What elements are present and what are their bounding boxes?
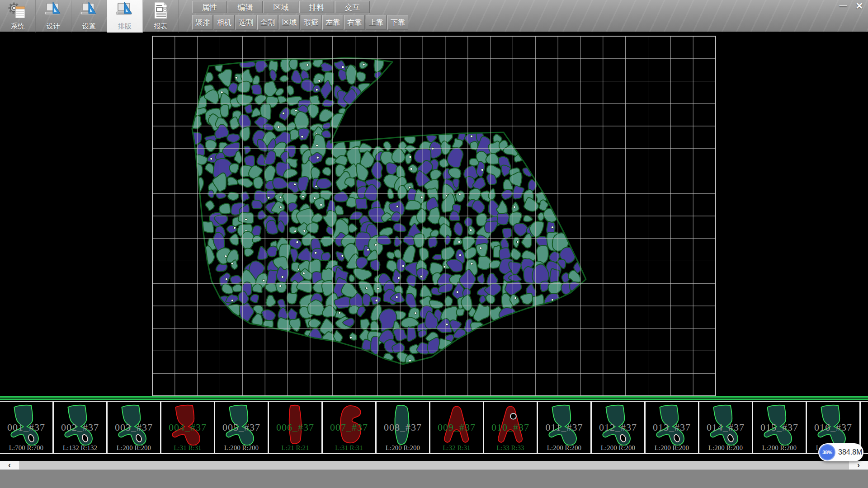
piece-shape bbox=[863, 403, 868, 452]
nested-pieces-layer bbox=[189, 53, 580, 365]
piece-lr-count: L:700 R:700 bbox=[0, 444, 52, 452]
menu-column: 属性编辑区域排料交互 聚排相机选割全割区域瑕疵左靠右靠上靠下靠 bbox=[192, 0, 409, 32]
piece-name: 005_#37 bbox=[215, 422, 268, 433]
piece-lr-count: L:132 R:132 bbox=[54, 444, 106, 452]
report-document-icon bbox=[151, 1, 170, 21]
piece-lr-count: L:200 R:200 bbox=[538, 444, 590, 452]
piece-lr-count: L:33 R:33 bbox=[484, 444, 537, 452]
gear-spreadsheet-icon bbox=[8, 1, 28, 21]
action-button-select-cut[interactable]: 选割 bbox=[236, 15, 256, 30]
piece-thumbnail-004_#37[interactable]: 004_#37L:31 R:31 bbox=[161, 402, 215, 453]
piece-lr-count: L:31 R:31 bbox=[323, 444, 375, 452]
piece-lr-count: L:200 R:200 bbox=[377, 444, 429, 452]
action-button-cut-all[interactable]: 全割 bbox=[257, 15, 278, 30]
main-icon-buttons: 系统设计设置排版报表 bbox=[0, 0, 179, 33]
menu-tabs: 属性编辑区域排料交互 bbox=[192, 0, 409, 14]
scroll-right-button[interactable]: › bbox=[849, 461, 868, 469]
scroll-left-button[interactable]: ‹ bbox=[0, 461, 19, 469]
piece-lr-count: L:200 R:200 bbox=[753, 444, 806, 452]
hide-nesting-svg bbox=[0, 32, 868, 398]
progress-size-label: 384.8M bbox=[838, 443, 862, 461]
piece-lr-count: L:200 R:200 bbox=[215, 444, 268, 452]
window-controls: — ✕ bbox=[837, 1, 865, 11]
tab-properties[interactable]: 属性 bbox=[192, 1, 227, 13]
icon-button-label: 系统 bbox=[11, 22, 24, 31]
piece-thumbnail-010_#37[interactable]: 010_#37L:33 R:33 bbox=[484, 402, 538, 453]
piece-thumbnail-011_#37[interactable]: 011_#37L:200 R:200 bbox=[538, 402, 592, 453]
progress-badge[interactable]: 38% 384.8M bbox=[818, 443, 863, 461]
piece-lr-count: L:200 R:200 bbox=[592, 444, 644, 452]
piece-thumbnail-008_#37[interactable]: 008_#37L:200 R:200 bbox=[377, 402, 430, 453]
piece-lr-count: L:21 R:21 bbox=[269, 444, 321, 452]
horizontal-scrollbar: ‹ › bbox=[0, 461, 868, 469]
piece-lr-count: L:31 R:31 bbox=[161, 444, 214, 452]
tab-interactive[interactable]: 交互 bbox=[335, 1, 370, 13]
piece-lr-count: L:200 R:200 bbox=[699, 444, 752, 452]
piece-name: 016_#37 bbox=[807, 422, 859, 433]
progress-percent-circle: 38% bbox=[819, 444, 835, 460]
piece-name: 002_#37 bbox=[54, 422, 106, 433]
piece-name: 012_#37 bbox=[592, 422, 644, 433]
ruler-laptop-icon bbox=[43, 1, 63, 21]
piece-thumbnail-014_#37[interactable]: 014_#37L:200 R:200 bbox=[699, 402, 753, 453]
piece-thumbnail-005_#37[interactable]: 005_#37L:200 R:200 bbox=[215, 402, 269, 453]
piece-thumbnail-003_#37[interactable]: 003_#37L:200 R:200 bbox=[108, 402, 161, 453]
action-button-camera[interactable]: 相机 bbox=[214, 15, 235, 30]
application-window: 系统设计设置排版报表 属性编辑区域排料交互 聚排相机选割全割区域瑕疵左靠右靠上靠… bbox=[0, 0, 868, 488]
piece-name: 009_#37 bbox=[430, 422, 483, 433]
minimize-button[interactable]: — bbox=[837, 1, 849, 11]
piece-name: 011_#37 bbox=[538, 422, 590, 433]
nesting-canvas[interactable] bbox=[0, 32, 868, 398]
piece-lr-count: L:32 R:31 bbox=[430, 444, 483, 452]
piece-thumbnail-strip: 001_#37L:700 R:700002_#37L:132 R:132003_… bbox=[0, 401, 868, 454]
icon-button-label: 设计 bbox=[47, 22, 60, 31]
piece-thumbnail-007_#37[interactable]: 007_#37L:31 R:31 bbox=[323, 402, 377, 453]
piece-lr-count: L:200 R:200 bbox=[108, 444, 160, 452]
status-bar bbox=[0, 469, 868, 488]
close-button[interactable]: ✕ bbox=[854, 1, 865, 11]
piece-name: 014_#37 bbox=[699, 422, 752, 433]
piece-name: 007_#37 bbox=[323, 422, 375, 433]
piece-thumbnail-001_#37[interactable]: 001_#37L:700 R:700 bbox=[0, 402, 54, 453]
icon-button-design[interactable]: 设计 bbox=[36, 0, 71, 33]
thumbnail-separator bbox=[0, 396, 868, 401]
piece-name: 006_#37 bbox=[269, 422, 321, 433]
piece-thumbnail-009_#37[interactable]: 009_#37L:32 R:31 bbox=[430, 402, 484, 453]
piece-name: 003_#37 bbox=[108, 422, 160, 433]
piece-thumbnail-012_#37[interactable]: 012_#37L:200 R:200 bbox=[592, 402, 646, 453]
action-button-snap-left[interactable]: 左靠 bbox=[322, 15, 343, 30]
ruler-laptop-icon bbox=[115, 1, 135, 21]
action-button-cluster-nest[interactable]: 聚排 bbox=[192, 15, 213, 30]
piece-thumbnail-002_#37[interactable]: 002_#37L:132 R:132 bbox=[54, 402, 108, 453]
tab-edit[interactable]: 编辑 bbox=[228, 1, 263, 13]
piece-name: 013_#37 bbox=[646, 422, 698, 433]
action-button-snap-top[interactable]: 上靠 bbox=[366, 15, 387, 30]
tab-region[interactable]: 区域 bbox=[264, 1, 298, 13]
piece-name: 010_#37 bbox=[484, 422, 537, 433]
piece-name: 015_#37 bbox=[753, 422, 806, 433]
scrollbar-track[interactable] bbox=[19, 461, 849, 469]
icon-button-settings[interactable]: 设置 bbox=[71, 0, 107, 33]
tab-nesting[interactable]: 排料 bbox=[299, 1, 334, 13]
piece-name: 004_#37 bbox=[161, 422, 214, 433]
toolbar: 系统设计设置排版报表 属性编辑区域排料交互 聚排相机选割全割区域瑕疵左靠右靠上靠… bbox=[0, 0, 868, 33]
piece-name: 001_#37 bbox=[0, 422, 52, 433]
piece-thumbnail-015_#37[interactable]: 015_#37L:200 R:200 bbox=[753, 402, 807, 453]
piece-thumbnail-013_#37[interactable]: 013_#37L:200 R:200 bbox=[646, 402, 699, 453]
icon-button-label: 报表 bbox=[154, 22, 167, 31]
icon-button-system[interactable]: 系统 bbox=[0, 0, 36, 33]
action-button-snap-bottom[interactable]: 下靠 bbox=[387, 15, 408, 30]
piece-thumbnail-006_#37[interactable]: 006_#37L:21 R:21 bbox=[269, 402, 323, 453]
piece-name: 008_#37 bbox=[377, 422, 429, 433]
piece-lr-count: L:200 R:200 bbox=[646, 444, 698, 452]
icon-button-layout[interactable]: 排版 bbox=[107, 0, 143, 33]
action-button-defect[interactable]: 瑕疵 bbox=[301, 15, 321, 30]
action-buttons: 聚排相机选割全割区域瑕疵左靠右靠上靠下靠 bbox=[192, 15, 409, 32]
ruler-laptop-icon bbox=[79, 1, 99, 21]
action-button-snap-right[interactable]: 右靠 bbox=[344, 15, 365, 30]
action-button-region[interactable]: 区域 bbox=[279, 15, 300, 30]
icon-button-label: 设置 bbox=[82, 22, 96, 31]
icon-button-report[interactable]: 报表 bbox=[143, 0, 179, 33]
icon-button-label: 排版 bbox=[118, 22, 132, 31]
